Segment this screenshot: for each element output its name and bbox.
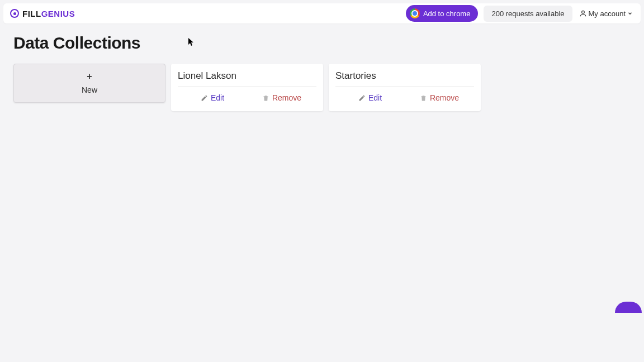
collection-title: Lionel Lakson [178, 70, 316, 87]
logo-icon [10, 9, 19, 18]
collection-card: Lionel Lakson Edit Remove [171, 64, 323, 111]
logo-text: FILLGENIUS [22, 9, 75, 18]
add-to-chrome-label: Add to chrome [423, 9, 471, 18]
remove-button[interactable]: Remove [405, 90, 474, 106]
my-account-button[interactable]: My account [578, 7, 634, 20]
my-account-label: My account [589, 9, 626, 18]
remove-label: Remove [430, 93, 459, 102]
trash-icon [262, 94, 269, 102]
user-icon [579, 9, 587, 17]
pencil-icon [358, 94, 366, 102]
add-to-chrome-button[interactable]: Add to chrome [406, 5, 479, 22]
svg-point-0 [581, 11, 584, 13]
remove-label: Remove [272, 93, 301, 102]
app-header: FILLGENIUS Add to chrome 200 requests av… [3, 3, 641, 23]
brand-logo[interactable]: FILLGENIUS [10, 9, 75, 18]
page-title: Data Collections [13, 34, 631, 53]
pencil-icon [201, 94, 208, 102]
edit-label: Edit [368, 93, 382, 102]
edit-button[interactable]: Edit [335, 90, 405, 106]
new-collection-card[interactable]: + New [13, 64, 165, 103]
new-collection-label: New [82, 85, 97, 94]
collections-grid: + New Lionel Lakson Edit Remove St [13, 64, 631, 111]
card-actions: Edit Remove [335, 90, 474, 106]
edit-button[interactable]: Edit [178, 90, 247, 106]
chrome-icon [410, 8, 420, 18]
card-actions: Edit Remove [178, 90, 316, 106]
edit-label: Edit [211, 93, 224, 102]
chat-widget-button[interactable] [615, 302, 642, 313]
page-content: Data Collections + New Lionel Lakson Edi… [3, 23, 641, 121]
chevron-down-icon [627, 11, 633, 16]
remove-button[interactable]: Remove [247, 90, 316, 106]
requests-available-badge[interactable]: 200 requests available [484, 6, 572, 22]
collection-card: Startories Edit Remove [329, 64, 481, 111]
header-actions: Add to chrome 200 requests available My … [406, 5, 634, 22]
plus-icon: + [87, 72, 92, 81]
collection-title: Startories [335, 70, 474, 87]
trash-icon [420, 94, 427, 102]
